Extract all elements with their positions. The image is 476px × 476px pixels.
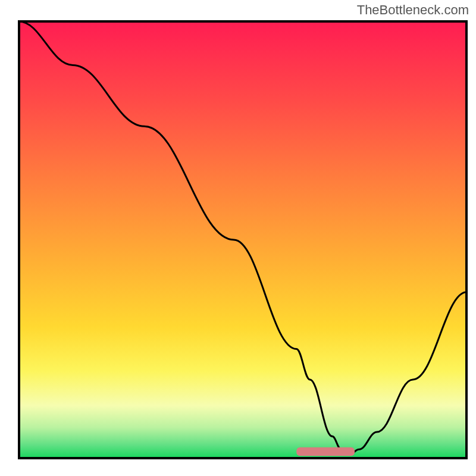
bottleneck-chart [0, 18, 476, 476]
gradient-background [19, 21, 466, 458]
watermark-text: TheBottleneck.com [357, 2, 469, 18]
chart-frame: TheBottleneck.com [0, 0, 476, 476]
optimum-marker [296, 447, 355, 456]
